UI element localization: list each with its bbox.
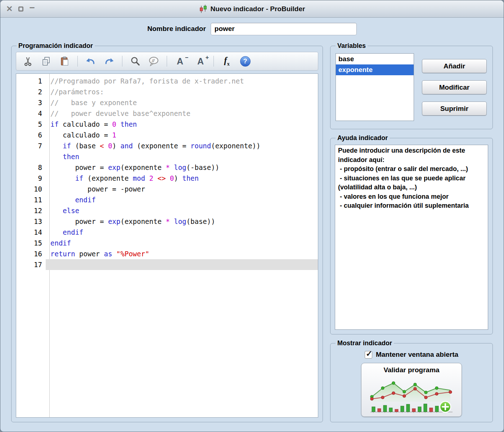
probuilder-window: ✕ − Nuevo indicador - ProBuilder Nombre … <box>0 0 504 432</box>
code-text: //parámetros: <box>46 86 318 97</box>
help-panel: Ayuda indicador Puede introducir una des… <box>330 134 493 334</box>
code-line[interactable]: 14 endif <box>16 227 318 238</box>
main-content: Programación indicador <box>0 40 504 432</box>
variables-buttons: Añadir Modificar Suprimir <box>421 53 487 121</box>
redo-button[interactable] <box>101 53 117 69</box>
code-line[interactable]: 13 power = exp(exponente * log(base)) <box>16 216 318 227</box>
window-title: Nuevo indicador - ProBuilder <box>211 5 305 13</box>
line-number: 10 <box>16 184 46 194</box>
show-indicator-panel: Mostrar indicador ✓ Mantener ventana abi… <box>330 339 493 422</box>
code-text: power = exp(exponente * log(-base)) <box>46 162 318 173</box>
code-line[interactable]: 11 endif <box>16 194 318 205</box>
candlestick-icon <box>199 4 207 13</box>
line-number: 6 <box>16 130 46 140</box>
toolbar-separator <box>122 56 122 67</box>
code-text: calculado = 1 <box>46 130 318 140</box>
toolbar-separator <box>167 56 167 67</box>
help-textarea[interactable]: Puede introducir una descripción de este… <box>335 145 488 330</box>
redo-icon <box>104 56 114 66</box>
comment-button[interactable]: // <box>146 53 162 69</box>
cut-button[interactable] <box>20 53 36 69</box>
code-text: if (base < 0) and (exponente = round(exp… <box>46 140 318 162</box>
code-line[interactable]: 5if calculado = 0 then <box>16 119 318 130</box>
comment-icon: // <box>148 56 159 66</box>
variable-item[interactable]: exponente <box>336 64 414 75</box>
indicator-name-row: Nombre indicador <box>0 18 504 40</box>
line-number: 7 <box>16 140 46 151</box>
code-line[interactable]: 16return power as "%Power" <box>16 248 318 259</box>
show-indicator-panel-title: Mostrar indicador <box>336 339 394 347</box>
delete-variable-button[interactable]: Suprimir <box>422 102 487 116</box>
function-icon: fx <box>224 55 229 67</box>
code-line[interactable]: 2//parámetros: <box>16 86 318 97</box>
code-line[interactable]: 17 <box>16 259 318 270</box>
cut-icon <box>23 57 33 66</box>
line-number: 5 <box>16 119 46 130</box>
copy-icon <box>41 57 51 66</box>
code-text: if calculado = 0 then <box>46 119 318 130</box>
code-line[interactable]: 9 if (exponente mod 2 <> 0) then <box>16 173 318 184</box>
code-text: power = -power <box>46 184 318 194</box>
search-button[interactable] <box>127 53 143 69</box>
line-number: 15 <box>16 238 46 248</box>
editor-toolbar: // A− A+ fx ? <box>16 52 318 71</box>
decrease-font-icon: A− <box>177 57 183 66</box>
code-line[interactable]: 4// power devuelve base^exponente <box>16 108 318 119</box>
variable-item[interactable]: base <box>336 54 414 64</box>
increase-font-button[interactable]: A+ <box>193 53 208 69</box>
maximize-window-icon[interactable] <box>18 6 23 12</box>
code-line[interactable]: 15endif <box>16 238 318 248</box>
help-icon: ? <box>240 56 251 67</box>
variables-listbox[interactable]: baseexponente <box>336 53 414 121</box>
code-line[interactable]: 3// base y exponente <box>16 97 318 108</box>
function-wizard-button[interactable]: fx <box>219 53 235 69</box>
svg-text://: // <box>152 58 155 63</box>
decrease-font-button[interactable]: A− <box>172 53 188 69</box>
window-controls: ✕ − <box>6 0 35 17</box>
paste-button[interactable] <box>57 53 72 69</box>
line-number: 2 <box>16 86 46 97</box>
checkmark-icon: ✓ <box>366 349 372 359</box>
variables-panel: Variables baseexponente Añadir Modificar… <box>330 42 493 129</box>
line-number: 13 <box>16 216 46 227</box>
chart-preview-image <box>368 376 455 413</box>
indicator-name-input[interactable] <box>211 23 357 35</box>
code-line[interactable]: 8 power = exp(exponente * log(-base)) <box>16 162 318 173</box>
keep-window-open-label: Mantener ventana abierta <box>376 351 458 359</box>
help-button[interactable]: ? <box>237 53 253 69</box>
line-number: 16 <box>16 248 46 259</box>
undo-icon <box>86 56 96 66</box>
code-line[interactable]: 12 else <box>16 205 318 216</box>
code-line[interactable]: 1//Programado por Rafa7, forista de x-tr… <box>16 76 318 86</box>
validate-program-label: Validar programa <box>383 366 439 374</box>
add-variable-button[interactable]: Añadir <box>422 59 487 73</box>
programming-panel: Programación indicador <box>11 42 323 422</box>
code-line[interactable]: 6 calculado = 1 <box>16 130 318 140</box>
keep-window-open-checkbox[interactable]: ✓ <box>365 351 372 359</box>
code-text <box>46 259 318 270</box>
code-line[interactable]: 7 if (base < 0) and (exponente = round(e… <box>16 140 318 162</box>
paste-icon <box>60 57 69 66</box>
line-number: 9 <box>16 173 46 184</box>
undo-button[interactable] <box>83 53 99 69</box>
code-text: else <box>46 205 318 216</box>
minimize-window-icon[interactable]: − <box>29 3 35 12</box>
keep-window-open-row: ✓ Mantener ventana abierta <box>334 351 489 359</box>
window-title-group: Nuevo indicador - ProBuilder <box>199 4 305 13</box>
copy-button[interactable] <box>38 53 54 69</box>
code-line[interactable]: 10 power = -power <box>16 184 318 194</box>
toolbar-separator <box>213 56 214 67</box>
code-editor[interactable]: 1//Programado por Rafa7, forista de x-tr… <box>16 73 318 418</box>
code-text: endif <box>46 227 318 238</box>
titlebar: ✕ − Nuevo indicador - ProBuilder <box>0 0 504 18</box>
indicator-name-label: Nombre indicador <box>147 25 206 33</box>
code-text: //Programado por Rafa7, forista de x-tra… <box>46 76 318 86</box>
validate-program-button[interactable]: Validar programa <box>361 363 462 417</box>
modify-variable-button[interactable]: Modificar <box>422 80 487 94</box>
code-text: if (exponente mod 2 <> 0) then <box>46 173 318 184</box>
line-number: 1 <box>16 76 46 86</box>
toolbar-separator <box>77 56 78 67</box>
add-indicator-badge-icon <box>440 401 451 412</box>
help-panel-title: Ayuda indicador <box>336 134 390 142</box>
close-window-icon[interactable]: ✕ <box>6 5 13 13</box>
